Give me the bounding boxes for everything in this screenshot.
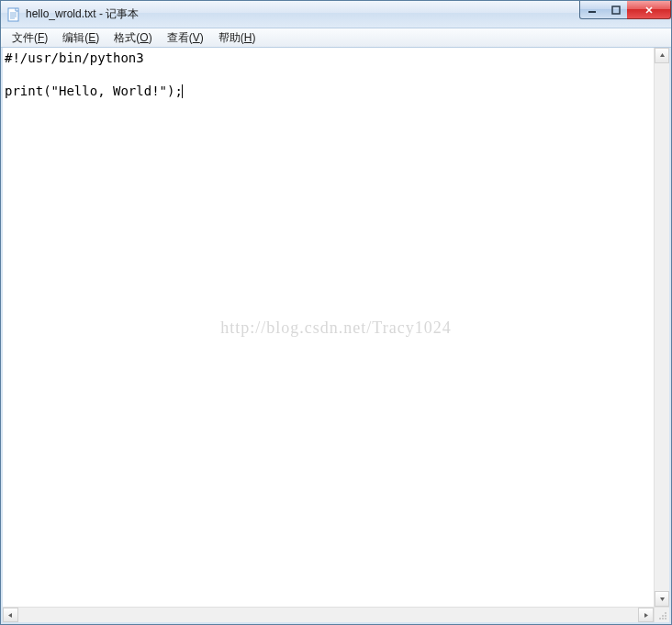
svg-rect-5 xyxy=(588,11,596,13)
editor-textarea[interactable]: #!/usr/bin/python3 print("Hello, World!"… xyxy=(3,48,654,607)
horizontal-scroll-track[interactable] xyxy=(18,608,638,622)
notepad-window: hello_wrold.txt - 记事本 文件(F) 编辑(E) 格式(O) … xyxy=(0,0,672,625)
menubar: 文件(F) 编辑(E) 格式(O) 查看(V) 帮助(H) xyxy=(1,28,671,48)
svg-point-7 xyxy=(665,618,666,619)
minimize-button[interactable] xyxy=(579,1,605,19)
horizontal-scrollbar[interactable] xyxy=(3,607,654,622)
resize-grip[interactable] xyxy=(654,607,669,622)
editor-wrap: #!/usr/bin/python3 print("Hello, World!"… xyxy=(3,48,669,607)
text-cursor xyxy=(182,84,183,98)
vertical-scrollbar[interactable] xyxy=(654,48,669,607)
svg-point-10 xyxy=(659,618,661,619)
scroll-right-button[interactable] xyxy=(638,608,654,622)
content-frame: #!/usr/bin/python3 print("Hello, World!"… xyxy=(1,48,671,624)
menu-view[interactable]: 查看(V) xyxy=(160,28,211,48)
svg-point-8 xyxy=(662,618,664,619)
menu-edit[interactable]: 编辑(E) xyxy=(55,28,106,48)
vertical-scroll-track[interactable] xyxy=(655,63,669,591)
svg-point-9 xyxy=(665,615,666,617)
window-controls xyxy=(580,1,671,19)
scroll-down-button[interactable] xyxy=(655,591,669,607)
maximize-button[interactable] xyxy=(604,1,628,19)
titlebar[interactable]: hello_wrold.txt - 记事本 xyxy=(1,1,671,28)
scroll-up-button[interactable] xyxy=(655,48,669,63)
svg-rect-6 xyxy=(612,6,620,14)
scroll-left-button[interactable] xyxy=(3,608,18,622)
close-button[interactable] xyxy=(627,1,671,19)
notepad-icon xyxy=(6,7,21,22)
svg-point-12 xyxy=(665,612,666,614)
menu-format[interactable]: 格式(O) xyxy=(106,28,159,48)
menu-help[interactable]: 帮助(H) xyxy=(211,28,263,48)
menu-file[interactable]: 文件(F) xyxy=(5,28,55,48)
window-title: hello_wrold.txt - 记事本 xyxy=(26,6,139,22)
svg-point-11 xyxy=(662,615,664,617)
bottom-scroll-row xyxy=(3,607,669,622)
